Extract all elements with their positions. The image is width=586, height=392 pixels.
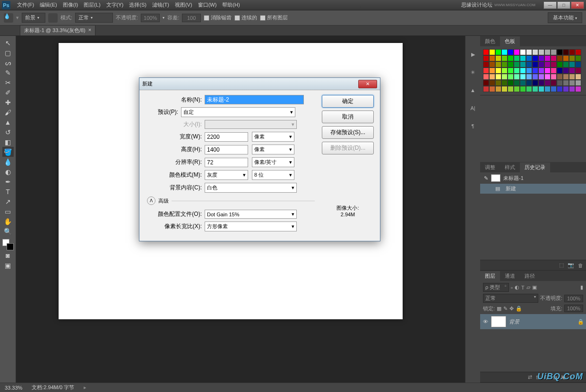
swatch[interactable] <box>495 74 501 80</box>
width-unit-select[interactable]: 像素▾ <box>252 132 294 142</box>
menu-window[interactable]: 窗口(W) <box>195 1 220 9</box>
history-state-row[interactable]: ▤ 新建 <box>480 184 586 194</box>
swatch[interactable] <box>489 86 495 92</box>
resolution-unit-select[interactable]: 像素/英寸▾ <box>252 157 294 167</box>
menu-type[interactable]: 文字(Y) <box>103 1 127 9</box>
all-layers-checkbox[interactable]: 所有图层 <box>260 14 288 21</box>
menu-file[interactable]: 文件(F) <box>14 1 37 9</box>
swatch[interactable] <box>489 68 495 74</box>
swatch[interactable] <box>501 49 508 55</box>
window-maximize-button[interactable]: □ <box>557 1 570 9</box>
swatch[interactable] <box>520 55 526 61</box>
menu-select[interactable]: 选择(S) <box>126 1 149 9</box>
swatch[interactable] <box>483 55 489 61</box>
swatch[interactable] <box>551 61 557 68</box>
swatch[interactable] <box>526 80 532 86</box>
menu-help[interactable]: 帮助(H) <box>219 1 242 9</box>
zoom-level[interactable]: 33.33% <box>5 385 22 391</box>
trash-icon[interactable]: 🗑 <box>578 263 583 268</box>
compass-icon[interactable]: ✳ <box>469 68 477 77</box>
swatch[interactable] <box>514 74 520 80</box>
swatch[interactable] <box>563 68 569 74</box>
quick-select-tool[interactable]: ✎ <box>2 68 14 77</box>
eyedropper-tool[interactable]: ✐ <box>2 87 14 97</box>
filter-smart-icon[interactable]: ▣ <box>532 284 537 290</box>
lasso-tool[interactable]: ᔕ <box>2 58 14 68</box>
swatch[interactable] <box>495 86 501 92</box>
color-profile-select[interactable]: Dot Gain 15%▾ <box>205 210 297 219</box>
swatch[interactable] <box>508 80 514 86</box>
menu-filter[interactable]: 滤镜(T) <box>149 1 172 9</box>
layer-kind-dropdown[interactable]: ρ 类型÷ <box>483 283 509 292</box>
swatch[interactable] <box>501 80 508 86</box>
camera-icon[interactable]: 📷 <box>568 262 574 268</box>
swatch[interactable] <box>563 61 569 68</box>
swatch[interactable] <box>532 55 538 61</box>
swatch[interactable] <box>551 49 557 55</box>
swatch[interactable] <box>569 49 575 55</box>
bg-content-select[interactable]: 白色▾ <box>205 183 297 193</box>
window-close-button[interactable]: ✕ <box>571 1 584 9</box>
dialog-close-button[interactable]: ✕ <box>358 80 377 88</box>
swatch[interactable] <box>514 49 520 55</box>
swatch[interactable] <box>538 55 544 61</box>
play-icon[interactable]: ▶ <box>469 50 477 59</box>
swatch[interactable] <box>483 61 489 68</box>
tool-preset-icon[interactable]: 💧 <box>4 13 13 23</box>
blur-tool[interactable]: 💧 <box>2 157 14 167</box>
menu-view[interactable]: 视图(V) <box>172 1 195 9</box>
swatch[interactable] <box>538 68 544 74</box>
character-icon[interactable]: A| <box>469 104 477 112</box>
swatch[interactable] <box>501 74 508 80</box>
menu-edit[interactable]: 编辑(E) <box>37 1 60 9</box>
height-input[interactable] <box>205 145 248 154</box>
marquee-tool[interactable]: ▢ <box>2 48 14 58</box>
ok-button[interactable]: 确定 <box>322 95 374 108</box>
preset-select[interactable]: 自定▾ <box>181 107 295 117</box>
swatch[interactable] <box>569 74 575 80</box>
link-icon[interactable]: ⇄ <box>528 374 532 380</box>
adjustments-tab[interactable]: 调整 <box>480 162 500 172</box>
swatch[interactable] <box>532 49 538 55</box>
menu-image[interactable]: 图像(I) <box>60 1 81 9</box>
swatch[interactable] <box>520 86 526 92</box>
filter-shape-icon[interactable]: ▱ <box>526 284 530 290</box>
pattern-icon[interactable] <box>48 13 58 23</box>
swatch[interactable] <box>520 80 526 86</box>
pixel-aspect-select[interactable]: 方形像素▾ <box>205 222 297 231</box>
swatch[interactable] <box>520 49 526 55</box>
swatch[interactable] <box>532 74 538 80</box>
swatch[interactable] <box>483 74 489 80</box>
swatch[interactable] <box>495 55 501 61</box>
swatch[interactable] <box>526 49 532 55</box>
quick-mask-tool[interactable]: ◙ <box>2 250 14 260</box>
swatch[interactable] <box>569 86 575 92</box>
paragraph-icon[interactable]: ¶ <box>469 122 477 130</box>
swatch[interactable] <box>557 80 563 86</box>
dialog-title-bar[interactable]: 新建 ✕ <box>139 78 380 90</box>
resolution-input[interactable] <box>205 158 248 167</box>
swatch[interactable] <box>532 80 538 86</box>
layer-row[interactable]: 👁 背景 🔒 <box>480 314 586 329</box>
swatch[interactable] <box>483 49 489 55</box>
swatch[interactable] <box>526 61 532 68</box>
blend-mode-dropdown[interactable]: 正常▾ <box>483 294 538 303</box>
swatch[interactable] <box>508 55 514 61</box>
swatch[interactable] <box>569 61 575 68</box>
swatch[interactable] <box>563 86 569 92</box>
workspace-preset-dropdown[interactable]: 基本功能 ▾ <box>548 12 582 23</box>
swatch[interactable] <box>483 68 489 74</box>
menu-layer[interactable]: 图层(L) <box>81 1 103 9</box>
visibility-eye-icon[interactable]: 👁 <box>483 319 488 324</box>
swatch[interactable] <box>544 86 551 92</box>
swatch[interactable] <box>557 86 563 92</box>
background-color[interactable] <box>7 243 14 250</box>
color-mode-select[interactable]: 灰度▾ <box>205 170 248 180</box>
swatch[interactable] <box>557 74 563 80</box>
swatch[interactable] <box>538 74 544 80</box>
swatch[interactable] <box>483 80 489 86</box>
swatch[interactable] <box>514 61 520 68</box>
swatch[interactable] <box>483 86 489 92</box>
snapshot-icon[interactable]: ⬚ <box>559 262 564 268</box>
swatch[interactable] <box>489 61 495 68</box>
